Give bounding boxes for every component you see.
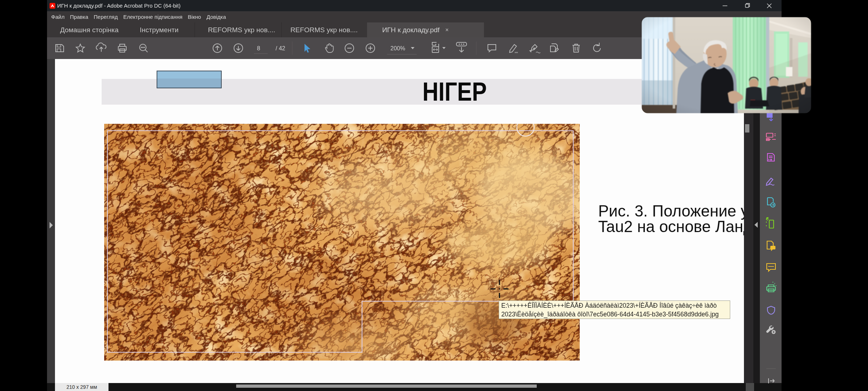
svg-text:/ 42: / 42 bbox=[276, 45, 285, 51]
svg-text:8: 8 bbox=[257, 45, 260, 51]
svg-text:200%: 200% bbox=[391, 45, 405, 51]
